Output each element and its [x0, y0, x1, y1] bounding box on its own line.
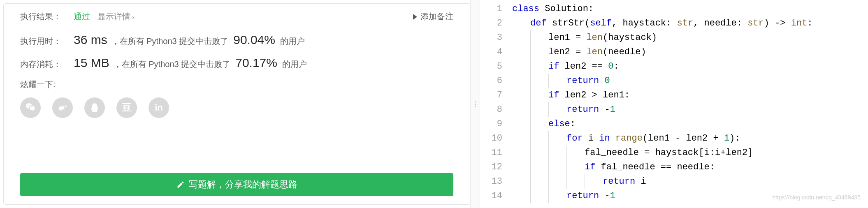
line-number: 8: [480, 102, 509, 117]
runtime-prefix: ，在所有 Python3 提交中击败了: [111, 36, 229, 47]
douban-icon[interactable]: 豆: [116, 97, 137, 118]
share-icons-row: 豆 in: [20, 97, 453, 118]
line-number: 7: [480, 88, 509, 102]
line-number: 13: [480, 174, 509, 189]
play-icon: [413, 14, 417, 20]
write-solution-button[interactable]: 写题解，分享我的解题思路: [20, 173, 453, 196]
code-line[interactable]: return 0: [512, 74, 868, 88]
linkedin-icon[interactable]: in: [149, 97, 169, 118]
line-gutter: 1234567891011121314: [480, 0, 509, 208]
runtime-tail: ，在所有 Python3 提交中击败了 90.04% 的用户: [111, 33, 305, 47]
runtime-suffix: 的用户: [280, 36, 305, 47]
line-number: 1: [480, 2, 509, 16]
pane-resize-handle[interactable]: [470, 0, 480, 208]
code-line[interactable]: fal_needle = haystack[i:i+len2]: [512, 146, 868, 160]
memory-label: 内存消耗：: [20, 59, 74, 70]
add-note-label: 添加备注: [420, 11, 453, 22]
line-number: 14: [480, 189, 509, 203]
memory-row: 内存消耗： 15 MB ，在所有 Python3 提交中击败了 70.17% 的…: [20, 56, 453, 70]
line-number: 10: [480, 131, 509, 146]
line-number: 5: [480, 59, 509, 74]
runtime-label: 执行用时：: [20, 36, 74, 47]
result-status: 通过: [74, 11, 90, 22]
runtime-row: 执行用时： 36 ms ，在所有 Python3 提交中击败了 90.04% 的…: [20, 33, 453, 47]
write-solution-label: 写题解，分享我的解题思路: [189, 178, 297, 191]
line-number: 11: [480, 146, 509, 160]
wechat-icon[interactable]: [20, 97, 41, 118]
memory-pct: 70.17%: [235, 56, 277, 70]
line-number: 6: [480, 74, 509, 88]
line-number: 9: [480, 117, 509, 131]
code-line[interactable]: return i: [512, 174, 868, 189]
code-line[interactable]: for i in range(len1 - len2 + 1):: [512, 131, 868, 146]
line-number: 12: [480, 160, 509, 174]
runtime-value: 36 ms: [74, 33, 107, 47]
code-line[interactable]: if fal_needle == needle:: [512, 160, 868, 174]
result-label: 执行结果：: [20, 11, 61, 22]
result-panel: 执行结果： 通过 显示详情› 添加备注 执行用时： 36 ms ，在所有 Pyt…: [3, 3, 470, 205]
runtime-pct: 90.04%: [233, 33, 275, 47]
show-detail-text: 显示详情: [97, 12, 130, 21]
code-line[interactable]: len1 = len(haystack): [512, 30, 868, 45]
code-line[interactable]: def strStr(self, haystack: str, needle: …: [512, 16, 868, 30]
code-line[interactable]: if len2 == 0:: [512, 59, 868, 74]
pencil-icon: [176, 180, 185, 189]
memory-suffix: 的用户: [282, 59, 307, 70]
line-number: 3: [480, 30, 509, 45]
code-line[interactable]: if len2 > len1:: [512, 88, 868, 102]
share-label: 炫耀一下:: [20, 79, 453, 90]
qq-icon[interactable]: [84, 97, 105, 118]
line-number: 2: [480, 16, 509, 30]
watermark: https://blog.csdn.net/qq_43469485: [772, 190, 861, 205]
show-detail-link[interactable]: 显示详情›: [97, 11, 134, 22]
code-line[interactable]: return -1: [512, 102, 868, 117]
line-number: 4: [480, 45, 509, 59]
memory-value: 15 MB: [74, 56, 109, 70]
code-area[interactable]: class Solution:def strStr(self, haystack…: [509, 0, 868, 208]
add-note-button[interactable]: 添加备注: [413, 11, 453, 22]
drag-dots-icon: [475, 101, 476, 107]
code-line[interactable]: len2 = len(needle): [512, 45, 868, 59]
memory-prefix: ，在所有 Python3 提交中击败了: [114, 59, 231, 70]
code-line[interactable]: else:: [512, 117, 868, 131]
chevron-right-icon: ›: [132, 14, 134, 21]
result-row: 执行结果： 通过 显示详情› 添加备注: [20, 11, 453, 22]
code-editor[interactable]: 1234567891011121314 class Solution:def s…: [480, 0, 868, 208]
code-line[interactable]: class Solution:: [512, 2, 868, 16]
weibo-icon[interactable]: [52, 97, 73, 118]
memory-tail: ，在所有 Python3 提交中击败了 70.17% 的用户: [114, 56, 307, 70]
